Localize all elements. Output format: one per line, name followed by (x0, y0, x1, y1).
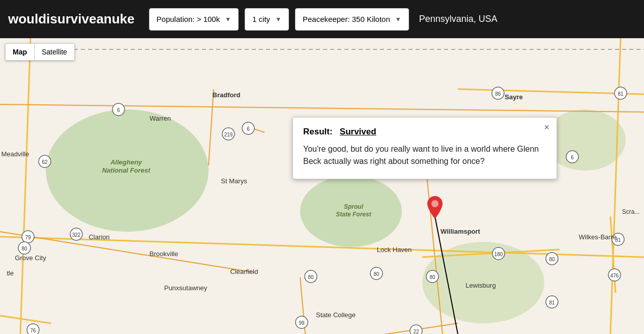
map-pin (427, 196, 443, 221)
svg-text:Scra...: Scra... (622, 208, 640, 215)
map-container[interactable]: 86 81 81 81 6 6 219 62 79 80 80 80 (0, 38, 644, 334)
svg-text:22: 22 (413, 329, 419, 334)
svg-text:6: 6 (117, 107, 120, 113)
population-filter-label: Population: > 100k (157, 15, 220, 23)
svg-text:81: 81 (549, 300, 555, 305)
tab-map[interactable]: Map (6, 44, 34, 60)
city-filter-label: 1 city (252, 15, 270, 23)
app-title: wouldisurviveanuke (8, 11, 135, 27)
population-filter-arrow-icon: ▼ (225, 16, 231, 23)
svg-text:6: 6 (247, 126, 250, 132)
result-popup: × Result: Survived You're good, but do y… (292, 117, 557, 179)
svg-text:Warren: Warren (150, 115, 171, 122)
svg-text:476: 476 (610, 273, 619, 279)
popup-result-line: Result: Survived (303, 127, 546, 137)
svg-text:Allegheny: Allegheny (110, 158, 142, 166)
svg-text:80: 80 (21, 246, 27, 252)
svg-text:76: 76 (30, 328, 36, 333)
weapon-filter-label: Peacekeeper: 350 Kiloton (303, 15, 390, 23)
svg-text:81: 81 (618, 91, 624, 97)
svg-text:180: 180 (494, 252, 503, 257)
tab-satellite[interactable]: Satellite (35, 44, 74, 60)
svg-text:Clearfield: Clearfield (230, 268, 258, 275)
weapon-filter-dropdown[interactable]: Peacekeeper: 350 Kiloton ▼ (295, 8, 409, 31)
svg-text:Grove City: Grove City (15, 254, 46, 262)
svg-text:Brookville: Brookville (150, 250, 178, 258)
svg-text:80: 80 (308, 274, 314, 280)
svg-text:Punxsutawney: Punxsutawney (164, 284, 208, 292)
svg-text:80: 80 (429, 274, 435, 280)
svg-text:Sproul: Sproul (344, 203, 364, 210)
map-tabs: Map Satellite (5, 43, 75, 61)
svg-text:Williamsport: Williamsport (441, 228, 481, 235)
svg-text:State College: State College (316, 311, 356, 319)
popup-body: You're good, but do you really want to l… (303, 143, 546, 168)
svg-point-88 (431, 200, 438, 207)
location-display: Pennsylvania, USA (419, 14, 497, 24)
city-filter-arrow-icon: ▼ (275, 16, 281, 23)
city-filter-dropdown[interactable]: 1 city ▼ (245, 8, 289, 31)
svg-text:80: 80 (373, 271, 379, 277)
svg-text:National Forest: National Forest (102, 166, 151, 174)
svg-text:79: 79 (25, 235, 31, 240)
svg-text:Clarion: Clarion (89, 233, 109, 241)
svg-text:Lock Haven: Lock Haven (377, 246, 412, 254)
popup-close-button[interactable]: × (544, 123, 549, 132)
popup-result-label: Result: (303, 127, 333, 136)
popup-result-value: Survived (340, 127, 376, 136)
svg-text:tle: tle (7, 269, 14, 277)
svg-text:Lewisburg: Lewisburg (465, 282, 495, 289)
svg-text:62: 62 (42, 159, 48, 165)
svg-text:St Marys: St Marys (221, 177, 247, 185)
population-filter-dropdown[interactable]: Population: > 100k ▼ (149, 8, 239, 31)
header: wouldisurviveanuke Population: > 100k ▼ … (0, 0, 644, 38)
svg-text:86: 86 (495, 91, 501, 97)
svg-text:Bradford: Bradford (213, 91, 241, 99)
svg-text:6: 6 (571, 155, 574, 160)
svg-text:Wilkes-Barre: Wilkes-Barre (579, 233, 617, 241)
map-background: 86 81 81 81 6 6 219 62 79 80 80 80 (0, 38, 644, 334)
svg-text:State Forest: State Forest (336, 211, 371, 218)
svg-text:99: 99 (299, 320, 305, 326)
svg-text:322: 322 (72, 232, 81, 238)
svg-text:80: 80 (549, 257, 555, 262)
svg-text:Sayre: Sayre (505, 93, 522, 101)
weapon-filter-arrow-icon: ▼ (395, 16, 401, 23)
svg-text:219: 219 (224, 132, 233, 137)
svg-text:Meadville: Meadville (2, 150, 30, 158)
